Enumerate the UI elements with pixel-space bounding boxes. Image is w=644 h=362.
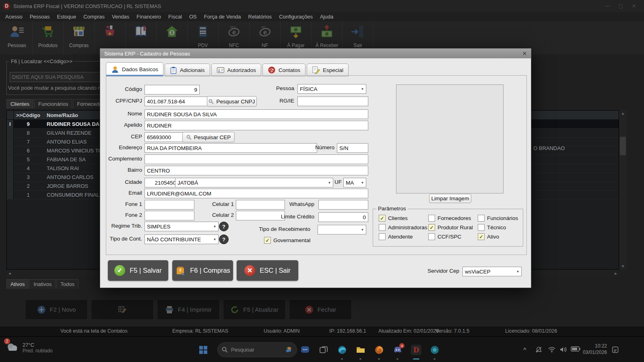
battery-icon[interactable] [571, 346, 580, 353]
param-tecnico-checkbox[interactable]: ✓ Técnico [478, 224, 506, 231]
notifications-off-icon[interactable] [535, 346, 542, 354]
menu-estoque[interactable]: Estoque [54, 14, 80, 20]
limite-credito-input[interactable] [318, 212, 368, 222]
chat-app-icon[interactable] [300, 345, 310, 355]
start-button[interactable] [198, 345, 208, 355]
notification-center-icon[interactable] [612, 346, 619, 354]
fechar-button[interactable]: Fechar [289, 299, 352, 320]
uf-select[interactable]: MA ▼ [343, 178, 366, 187]
col-codigo[interactable]: >>Código [14, 111, 43, 119]
tab-todos[interactable]: Todos [56, 279, 78, 289]
volume-icon[interactable] [559, 346, 567, 354]
param-administradoras-checkbox[interactable]: ✓ Administradoras [379, 224, 427, 231]
scroll-down-icon[interactable]: ▼ [619, 263, 627, 269]
menu-configuracoes[interactable]: Configurações [275, 14, 316, 20]
task-view-icon[interactable] [318, 345, 329, 355]
atualizar-button[interactable]: F5 | Atualizar [223, 299, 286, 320]
cep-input[interactable] [144, 132, 184, 142]
imprimir-button[interactable]: F4 | Imprimir [157, 299, 220, 320]
media-app-icon[interactable] [429, 345, 440, 355]
endereco-input[interactable] [144, 143, 317, 153]
tipo-recebimento-select[interactable]: ▼ [318, 225, 366, 234]
menu-fiscal[interactable]: Fiscal [165, 14, 186, 20]
param-clientes-checkbox[interactable]: ✓ Clientes [379, 215, 408, 222]
menu-relatorios[interactable]: Relatórios [245, 14, 276, 20]
menu-forca-de-venda[interactable]: Força de Venda [200, 14, 245, 20]
novo-button[interactable]: F2 | Novo [25, 299, 88, 320]
apelido-input[interactable] [144, 121, 368, 130]
param-produtor-rural-checkbox[interactable]: ✓ Produtor Rural [428, 224, 473, 231]
whatsapp-input[interactable] [318, 200, 368, 210]
param-atendente-checkbox[interactable]: ✓ Atendente [379, 233, 413, 240]
tab-contatos[interactable]: Contatos [262, 64, 305, 76]
fone1-input[interactable] [144, 200, 194, 210]
menu-pessoas[interactable]: Pessoas [26, 14, 54, 20]
tab-dados-basicos[interactable]: Dados Basicos [106, 62, 163, 76]
scroll-right-icon[interactable]: ► [613, 270, 619, 277]
tipo-cont-select[interactable]: NÃO CONTRIBUINTE ▼ [144, 234, 219, 244]
menu-os[interactable]: OS [186, 14, 200, 20]
edge-browser-icon[interactable] [337, 345, 347, 355]
salvar-button[interactable]: ✓ F5 | Salvar [108, 260, 168, 281]
firefox-icon[interactable] [374, 345, 384, 355]
tab-ativos[interactable]: Ativos [6, 279, 29, 289]
tab-adicionais[interactable]: Adicionais [165, 64, 210, 76]
weather-widget[interactable]: 2 27°C Pred. nublado [6, 341, 53, 354]
complemento-input[interactable] [144, 154, 368, 164]
tray-expand-icon[interactable]: ^ [523, 346, 526, 352]
menu-acesso[interactable]: Acesso [2, 14, 26, 20]
param-funcionarios-checkbox[interactable]: ✓ Funcionários [478, 215, 518, 222]
governamental-checkbox[interactable]: ✓ Governamental [264, 237, 310, 244]
param-ativo-checkbox[interactable]: ✓ Ativo [478, 233, 499, 240]
tab-inativos[interactable]: Inativos [29, 279, 56, 289]
celular1-input[interactable] [236, 200, 285, 210]
email-input[interactable] [144, 189, 368, 198]
param-ccfspc-checkbox[interactable]: ✓ CCF/SPC [428, 233, 461, 240]
discord-icon[interactable]: 4 [392, 345, 403, 355]
compras-button[interactable]: F6 | Compras [172, 260, 233, 281]
erp-app-icon[interactable]: D [411, 345, 421, 355]
tab-autorizados[interactable]: Autorizados [211, 64, 261, 76]
menu-compras[interactable]: Compras [80, 14, 108, 20]
editar-button[interactable] [91, 299, 154, 320]
limpar-imagem-button[interactable]: Limpar Imagem [429, 194, 471, 203]
search-input[interactable] [10, 72, 101, 82]
menu-vendas[interactable]: Vendas [108, 14, 133, 20]
cidade-codigo-input[interactable] [144, 178, 178, 187]
taskbar-search[interactable]: Pesquisar [217, 342, 297, 357]
bairro-input[interactable] [144, 166, 368, 175]
menu-ajuda[interactable]: Ajuda [316, 14, 337, 20]
minimize-icon[interactable]: — [605, 3, 610, 9]
pesquisar-cep-button[interactable]: Pesquisar CEP [182, 132, 235, 142]
tipo-cont-help-button[interactable]: ? [219, 234, 229, 244]
fone2-input[interactable] [144, 211, 194, 220]
vertical-scrollbar[interactable]: ▲ ▼ [619, 110, 627, 269]
menu-financeiro[interactable]: Financeiro [133, 14, 165, 20]
codigo-input[interactable] [144, 85, 200, 95]
scroll-left-icon[interactable]: ◄ [6, 270, 13, 277]
tab-clientes[interactable]: Clientes [6, 99, 33, 109]
cpf-input[interactable] [144, 97, 208, 106]
toolbar-produtos-button[interactable]: Produtos [33, 21, 64, 56]
toolbar-compras-button[interactable]: Compras [64, 21, 95, 56]
nome-input[interactable] [144, 109, 368, 119]
wifi-icon[interactable] [548, 346, 555, 354]
param-fornecedores-checkbox[interactable]: ✓ Fornecedores [428, 215, 471, 222]
regime-trib-select[interactable]: SIMPLES ▼ [144, 222, 219, 231]
tab-funcionarios[interactable]: Funcionários [34, 99, 72, 109]
regime-help-button[interactable]: ? [219, 222, 229, 231]
sair-button[interactable]: ✕ ESC | Sair [237, 260, 298, 281]
scroll-thumb[interactable] [620, 137, 626, 155]
close-icon[interactable]: ✕ [632, 3, 636, 9]
taskbar-clock[interactable]: 10:22 03/01/2026 [580, 343, 607, 356]
file-explorer-icon[interactable] [355, 345, 366, 355]
dialog-close-icon[interactable]: ✕ [522, 50, 527, 57]
pessoa-select[interactable]: FÍSICA ▼ [297, 84, 366, 94]
pesquisar-cnpj-button[interactable]: Pesqusar CNPJ [207, 96, 257, 107]
rgie-input[interactable] [297, 97, 368, 106]
toolbar-pessoas-button[interactable]: Pessoas [2, 21, 33, 56]
scroll-up-icon[interactable]: ▲ [619, 110, 627, 117]
servidor-cep-select[interactable]: wsViaCEP ▼ [462, 267, 522, 276]
cidade-select[interactable]: JATOBÁ ▼ [175, 178, 333, 187]
numero-input[interactable] [337, 143, 368, 153]
